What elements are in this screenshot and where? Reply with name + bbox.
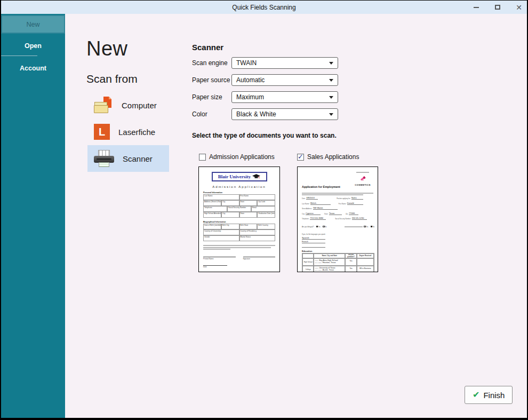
lipstick-icon [359, 176, 366, 181]
date-label: Date [203, 266, 227, 268]
source-computer[interactable]: Computer [87, 92, 169, 118]
sidebar-item-account[interactable]: Account [1, 61, 65, 76]
minimize-icon[interactable] [473, 4, 480, 11]
scan-engine-dropdown[interactable]: TWAIN [231, 57, 338, 69]
intro-paragraph [302, 192, 373, 196]
cosmetics-brand-block: COSMETICS [351, 171, 374, 186]
signature-label: Signature [243, 258, 276, 260]
source-scanner[interactable]: Scanner [87, 145, 169, 172]
sales-form-thumbnail: COSMETICS Application for Employment Dat… [297, 167, 378, 272]
titlebar[interactable]: Quick Fields Scanning ✕ [1, 1, 527, 14]
paper-source-dropdown[interactable]: Automatic [231, 74, 338, 86]
education-heading: Education [302, 250, 374, 252]
folder-computer-icon [94, 97, 113, 114]
chevron-down-icon [329, 96, 333, 99]
education-table: Name, City, and State Did you graduate? … [302, 253, 374, 272]
certification-paragraph [203, 245, 275, 250]
scan-engine-row: Scan engine [192, 57, 228, 69]
window-controls: ✕ [473, 1, 523, 14]
printed-name-label: Printed Name [203, 258, 236, 260]
language-value: French [302, 241, 325, 243]
personal-info-grid: Last NameFirst NameAddress (Street & Num… [203, 194, 275, 218]
paper-size-row: Paper size [192, 91, 222, 103]
color-dropdown[interactable]: Black & White [231, 108, 338, 120]
paper-source-label: Paper source [192, 76, 230, 84]
source-scanner-label: Scanner [123, 154, 153, 163]
main-content: New Scan from Computer L Laserfiche Scan… [65, 14, 527, 418]
admission-applications-label: Admission Applications [209, 153, 275, 161]
scan-engine-value: TWAIN [236, 59, 329, 67]
paper-size-value: Maximum [236, 93, 329, 101]
employment-form-title: Application for Employment [302, 185, 340, 188]
languages-label: If yes, list the languages you speak: [302, 233, 374, 235]
close-icon[interactable]: ✕ [515, 4, 523, 11]
graduation-cap-icon [252, 174, 260, 179]
paper-size-dropdown[interactable]: Maximum [231, 91, 338, 103]
paper-size-label: Paper size [192, 93, 222, 101]
scan-from-heading: Scan from [86, 73, 138, 85]
chevron-down-icon [329, 62, 333, 65]
bio-info-section: Biographical Information [203, 221, 279, 223]
admission-form-thumbnail: Blair University Admission Application P… [198, 167, 280, 272]
sidebar-divider [1, 56, 37, 56]
color-row: Color [192, 108, 207, 120]
page-title: New [86, 37, 128, 60]
scan-engine-label: Scan engine [192, 59, 228, 67]
chevron-down-icon [329, 79, 333, 82]
laserfiche-icon: L [94, 124, 110, 140]
education-row-college: College Name:University of Texas City & … [302, 266, 374, 272]
checkbox-icon[interactable] [297, 154, 304, 161]
admission-form-title: Admission Application [199, 185, 279, 188]
education-row-highschool: High School Name:Bay Area High School Ci… [302, 258, 374, 266]
sidebar-item-new[interactable]: New [1, 15, 65, 34]
paper-source-value: Automatic [236, 76, 329, 84]
chevron-down-icon [329, 113, 333, 116]
color-value: Black & White [236, 110, 329, 118]
source-laserfiche[interactable]: L Laserfiche [87, 118, 169, 145]
window-title: Quick Fields Scanning [1, 4, 527, 11]
cosmetics-label: COSMETICS [351, 184, 374, 186]
sales-applications-checkbox[interactable]: Sales Applications [297, 153, 359, 161]
select-docs-label: Select the type of documents you want to… [192, 132, 337, 139]
signature-row: Printed Name Signature [203, 253, 275, 260]
maximize-icon[interactable] [494, 4, 501, 11]
paper-source-row: Paper source [192, 74, 230, 86]
language-value: Spanish [302, 237, 325, 240]
employment-form-body: Date:3/8/2013 Position applying for:Sale… [302, 196, 374, 272]
scan-source-list: Computer L Laserfiche Scanner [87, 92, 169, 172]
sidebar: New Open Account [1, 14, 65, 418]
language-value-empty [302, 245, 325, 248]
sidebar-item-open[interactable]: Open [1, 38, 65, 53]
bio-info-grid: Date of Birth (mm/dd/yyyy)Birth CityBirt… [203, 224, 275, 241]
date-row: Date [203, 262, 227, 268]
finish-button-label: Finish [483, 391, 505, 400]
scanner-icon [94, 150, 114, 167]
scanner-panel-heading: Scanner [192, 43, 223, 52]
admission-applications-checkbox[interactable]: Admission Applications [199, 153, 275, 161]
finish-button[interactable]: ✔ Finish [465, 386, 513, 404]
source-computer-label: Computer [122, 101, 157, 110]
source-laserfiche-label: Laserfiche [118, 128, 155, 137]
color-label: Color [192, 110, 207, 118]
sales-applications-label: Sales Applications [307, 153, 359, 161]
blair-university-logo: Blair University [212, 172, 267, 181]
checkbox-icon[interactable] [199, 154, 206, 161]
personal-info-section: Personal Information [203, 192, 279, 194]
check-icon: ✔ [473, 391, 479, 399]
